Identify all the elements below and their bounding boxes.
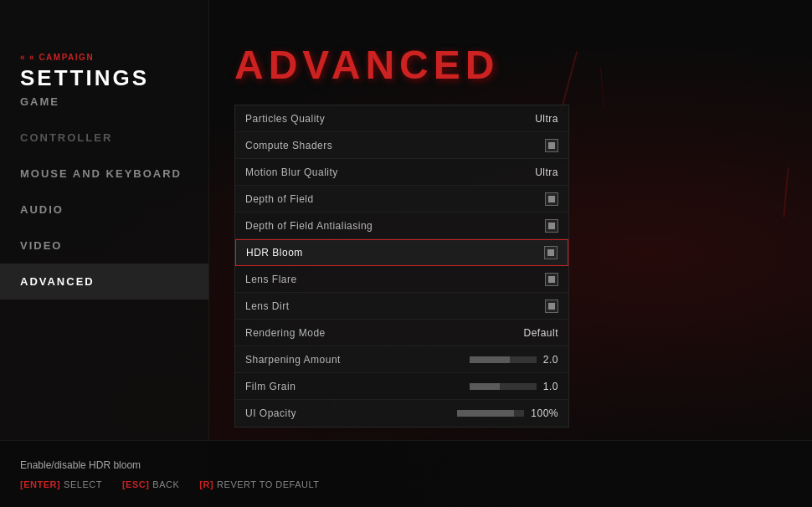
setting-sharpening-amount[interactable]: Sharpening Amount 2.0: [235, 346, 568, 373]
action-enter: SELECT: [64, 479, 102, 489]
setting-lens-dirt[interactable]: Lens Dirt: [235, 293, 568, 320]
slider-filmgrain-fill: [470, 383, 500, 390]
checkbox-depth-of-field[interactable]: [545, 192, 558, 206]
key-enter: [ENTER]: [20, 479, 60, 489]
label-ui-opacity: UI Opacity: [245, 407, 296, 419]
setting-dof-antialiasing[interactable]: Depth of Field Antialiasing: [235, 213, 568, 239]
campaign-back[interactable]: « « CAMPAIGN: [20, 53, 149, 62]
label-dof-antialiasing: Depth of Field Antialiasing: [245, 220, 373, 232]
hint-text: Enable/disable HDR bloom: [20, 459, 792, 471]
settings-title: SETTINGS: [20, 65, 149, 91]
campaign-label-text: « CAMPAIGN: [29, 53, 94, 62]
controls-row: [ENTER] SELECT [ESC] BACK [R] REVERT TO …: [20, 479, 792, 489]
label-compute-shaders: Compute Shaders: [245, 140, 332, 151]
value-motion-blur: Ultra: [535, 166, 558, 178]
setting-ui-opacity[interactable]: UI Opacity 100%: [235, 400, 568, 427]
label-film-grain: Film Grain: [245, 381, 296, 392]
campaign-label: « « CAMPAIGN SETTINGS: [20, 53, 149, 91]
sidebar-item-controller: CONTROLLER: [0, 120, 208, 156]
label-particles-quality: Particles Quality: [245, 113, 325, 125]
slider-uiopacity-track[interactable]: [457, 410, 524, 417]
slider-sharpening-fill: [470, 356, 510, 363]
checkbox-dof-antialiasing[interactable]: [545, 219, 558, 233]
setting-particles-quality[interactable]: Particles Quality Ultra: [235, 105, 568, 132]
control-esc: [ESC] BACK: [122, 479, 179, 489]
value-particles-quality: Ultra: [535, 113, 558, 125]
sidebar-item-advanced[interactable]: ADVANCED: [0, 264, 208, 300]
action-esc: BACK: [152, 479, 179, 489]
setting-hdr-bloom[interactable]: HDR Bloom: [235, 239, 568, 266]
settings-list: Particles Quality Ultra Compute Shaders …: [234, 105, 569, 428]
checkbox-compute-shaders[interactable]: [545, 139, 558, 152]
checkbox-lens-flare[interactable]: [545, 273, 558, 286]
label-lens-dirt: Lens Dirt: [245, 300, 290, 312]
control-enter: [ENTER] SELECT: [20, 479, 102, 489]
sidebar: « « CAMPAIGN SETTINGS GAME CONTROLLER MO…: [0, 0, 209, 507]
nav-items: GAME CONTROLLER MOUSE AND KEYBOARD AUDIO…: [0, 84, 208, 300]
sidebar-item-video[interactable]: VIDEO: [0, 228, 208, 264]
label-lens-flare: Lens Flare: [245, 274, 297, 285]
setting-lens-flare[interactable]: Lens Flare: [235, 266, 568, 293]
slider-filmgrain-container: 1.0: [470, 381, 558, 392]
value-film-grain: 1.0: [543, 381, 558, 392]
value-ui-opacity: 100%: [531, 407, 558, 419]
slider-uiopacity-container: 100%: [457, 407, 558, 419]
value-sharpening-amount: 2.0: [543, 354, 558, 366]
checkbox-hdr-bloom[interactable]: [544, 246, 558, 259]
bottom-bar: Enable/disable HDR bloom [ENTER] SELECT …: [0, 440, 812, 507]
control-revert: [R] REVERT TO DEFAULT: [199, 479, 319, 489]
sidebar-item-audio[interactable]: AUDIO: [0, 192, 208, 228]
action-revert: REVERT TO DEFAULT: [217, 479, 319, 489]
setting-compute-shaders[interactable]: Compute Shaders: [235, 132, 568, 159]
label-motion-blur: Motion Blur Quality: [245, 166, 338, 178]
slider-uiopacity-fill: [457, 410, 514, 417]
label-hdr-bloom: HDR Bloom: [246, 247, 303, 259]
label-rendering-mode: Rendering Mode: [245, 327, 326, 339]
slider-sharpening-track[interactable]: [470, 356, 537, 363]
value-rendering-mode: Default: [523, 327, 558, 339]
checkbox-lens-dirt[interactable]: [545, 300, 558, 313]
page-title: ADVANCED: [234, 42, 795, 88]
key-revert: [R]: [199, 479, 213, 489]
label-depth-of-field: Depth of Field: [245, 193, 314, 205]
key-esc: [ESC]: [122, 479, 149, 489]
sidebar-item-mouse-keyboard[interactable]: MOUSE AND KEYBOARD: [0, 156, 208, 192]
slider-filmgrain-track[interactable]: [470, 383, 537, 390]
setting-motion-blur[interactable]: Motion Blur Quality Ultra: [235, 159, 568, 186]
setting-film-grain[interactable]: Film Grain 1.0: [235, 373, 568, 400]
main-content: ADVANCED Particles Quality Ultra Compute…: [209, 0, 812, 507]
setting-rendering-mode[interactable]: Rendering Mode Default: [235, 320, 568, 346]
back-arrow-icon: «: [20, 53, 26, 62]
label-sharpening-amount: Sharpening Amount: [245, 354, 341, 366]
slider-sharpening-container: 2.0: [470, 354, 558, 366]
setting-depth-of-field[interactable]: Depth of Field: [235, 186, 568, 213]
